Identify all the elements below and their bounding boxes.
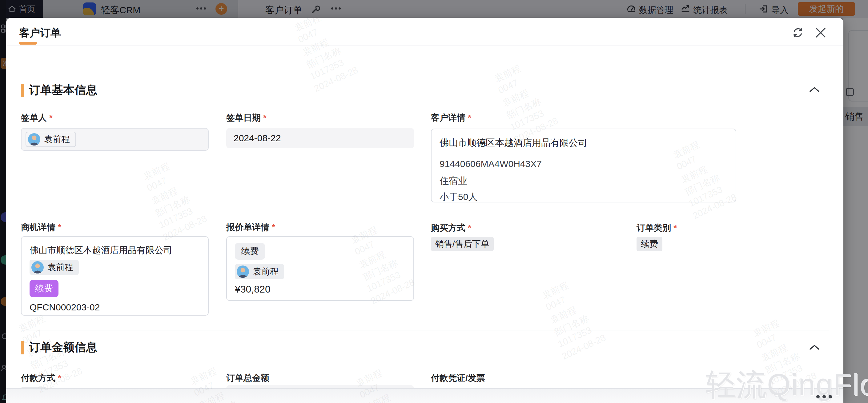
screen: 首页 轻客CRM + 客户订单 数据管理 统计报表 导入 发起新的 准 [0, 0, 868, 403]
chevron-up-icon[interactable] [809, 86, 820, 93]
section-amount-title: 订单金额信息 [29, 340, 97, 355]
section-basic-title: 订单基本信息 [29, 82, 97, 98]
modal-footer [6, 388, 843, 403]
customer-tax-id: 91440606MA4W0H43X7 [439, 159, 542, 169]
customer-company: 佛山市顺德区本越酒店用品有限公司 [439, 137, 587, 149]
opportunity-company: 佛山市顺德区本越酒店用品有限公司 [30, 244, 173, 257]
close-icon[interactable] [814, 26, 827, 39]
field-label-order-total: 订单总金额 [226, 372, 269, 384]
required-asterisk: * [468, 113, 471, 123]
required-asterisk: * [263, 113, 267, 123]
title-accent-bar [19, 42, 37, 44]
opportunity-box[interactable]: 佛山市顺德区本越酒店用品有限公司 袁前程 续费 QFCN000203-02 [21, 236, 209, 315]
renewal-tag: 续费 [30, 280, 59, 297]
signer-input[interactable]: 袁前程 [21, 128, 209, 151]
section-divider [21, 330, 829, 330]
person-name: 袁前程 [48, 262, 73, 273]
quotation-tag: 续费 [235, 243, 265, 260]
modal-title: 客户订单 [19, 26, 61, 40]
required-asterisk: * [58, 223, 61, 232]
modal-body: 订单基本信息 签单人* 签单日期* 客户详情* 袁前程 2024-08-22 佛… [6, 46, 843, 388]
avatar [28, 133, 40, 145]
person-chip: 袁前程 [30, 260, 79, 275]
order-category-chip: 续费 [637, 237, 662, 251]
field-label-purchase-method: 购买方式* [431, 222, 471, 234]
sign-date-input[interactable]: 2024-08-22 [226, 128, 414, 148]
field-label-payment-method: 付款方式* [21, 372, 61, 384]
chevron-up-icon[interactable] [809, 344, 820, 351]
avatar [237, 266, 249, 278]
refresh-icon[interactable] [791, 26, 805, 39]
field-label-opportunity: 商机详情* [21, 222, 61, 233]
quotation-box[interactable]: 续费 袁前程 ¥30,820 [226, 236, 414, 301]
more-dots-button[interactable] [815, 395, 834, 399]
customer-detail-box[interactable]: 佛山市顺德区本越酒店用品有限公司 91440606MA4W0H43X7 住宿业 … [431, 129, 736, 202]
person-chip: 袁前程 [26, 132, 76, 147]
order-total-input[interactable]: 30820 [226, 385, 414, 388]
required-asterisk: * [58, 373, 61, 383]
opportunity-code: QFCN000203-02 [30, 302, 100, 312]
avatar [31, 261, 44, 273]
field-label-payment-proof: 付款凭证/发票 [431, 372, 485, 384]
section-accent-bar [21, 84, 24, 97]
field-label-customer-detail: 客户详情* [431, 112, 471, 124]
customer-industry: 住宿业 [439, 175, 467, 187]
required-asterisk: * [49, 113, 53, 123]
required-asterisk: * [468, 223, 471, 233]
field-label-order-category: 订单类别* [637, 222, 677, 234]
modal-header: 客户订单 [6, 18, 843, 46]
customer-size: 小于50人 [439, 191, 477, 203]
person-chip: 袁前程 [235, 264, 284, 279]
sign-date-value: 2024-08-22 [234, 133, 281, 143]
person-name: 袁前程 [44, 134, 70, 145]
field-label-sign-date: 签单日期* [226, 112, 267, 124]
field-label-quotation: 报价单详情* [226, 222, 275, 233]
person-name: 袁前程 [253, 266, 279, 277]
field-label-signer: 签单人* [21, 112, 53, 124]
required-asterisk: * [272, 223, 275, 232]
purchase-method-chip: 销售/售后下单 [431, 237, 494, 251]
required-asterisk: * [674, 223, 677, 233]
section-accent-bar [21, 341, 24, 355]
order-modal: 客户订单 订单基本信息 签单人* 签单日期* 客户详情* 袁前程 [6, 18, 843, 403]
quotation-amount: ¥30,820 [235, 283, 271, 295]
